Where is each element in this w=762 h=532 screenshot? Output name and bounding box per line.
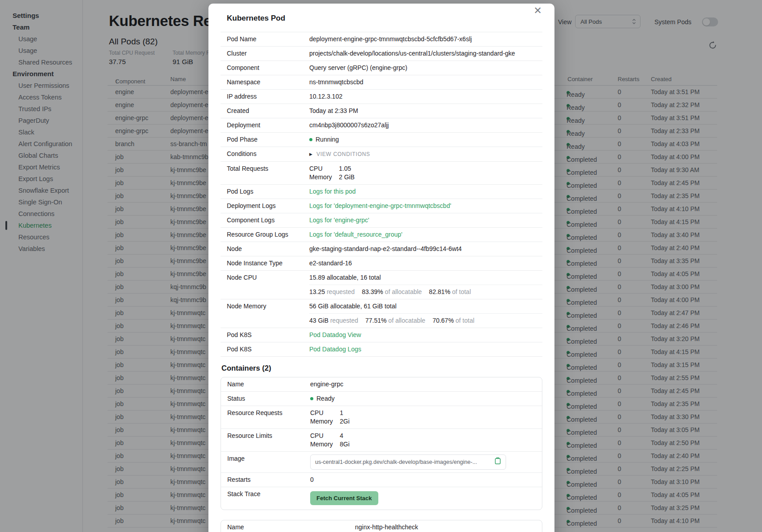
field-value: nginx-http-healthcheck: [355, 523, 536, 532]
kv-row: CPU1: [310, 409, 536, 417]
link-pod-datadog-view[interactable]: Pod Datadog View: [309, 331, 361, 338]
kv-row: CPU1.05: [309, 164, 542, 173]
field-value: Ready: [310, 394, 536, 403]
field-value: Fetch Current Stack: [310, 490, 536, 507]
usage-part: 83.39% of allocatable: [362, 288, 422, 296]
field-label: Node Instance Type: [227, 259, 309, 268]
kv-key: CPU: [310, 409, 340, 417]
field-value: CPU4Memory8Gi: [310, 432, 536, 449]
field-row-status: StatusReady: [221, 392, 542, 406]
field-row-conditions: Conditions▶VIEW CONDITIONS: [221, 147, 542, 162]
field-value: projects/chalk-develop/locations/us-cent…: [309, 49, 542, 58]
field-value: Pod Datadog Logs: [309, 345, 542, 354]
status-ready: Ready: [310, 394, 536, 403]
field-value: engine-grpc: [310, 380, 536, 389]
usage-unit: requested: [329, 317, 358, 324]
disclosure-triangle-icon: ▶: [309, 150, 312, 159]
field-value: Logs for 'engine-grpc': [309, 216, 542, 225]
view-conditions-disclosure[interactable]: ▶VIEW CONDITIONS: [309, 150, 542, 159]
field-row-name: Namenginx-http-healthcheck: [221, 520, 542, 532]
field-row-node: Nodegke-staging-standard-nap-e2-standard…: [221, 242, 542, 256]
field-row-pod-name: Pod Namedeployment-engine-grpc-tmnmwqtcb…: [221, 32, 542, 47]
field-label: Name: [227, 523, 355, 532]
field-label: Image: [227, 454, 310, 463]
field-value: cm4nbp3j8000007s6zo27aljj: [309, 121, 542, 130]
field-label: Resource Limits: [227, 432, 310, 440]
pod-fields: Pod Namedeployment-engine-grpc-tmnmwqtcb…: [221, 32, 542, 357]
field-value: 0: [310, 476, 536, 484]
field-label: Cluster: [227, 49, 309, 58]
field-row-name: Nameengine-grpc: [221, 377, 542, 392]
link-logs-for-engine-grpc[interactable]: Logs for 'engine-grpc': [309, 216, 369, 224]
status-dot-icon: [310, 397, 313, 400]
image-path: us-central1-docker.pkg.dev/chalk-develop…: [315, 458, 477, 467]
kv-value: 1: [340, 409, 343, 417]
kv-key: CPU: [309, 164, 339, 173]
field-label: Stack Trace: [227, 490, 310, 498]
link-pod-datadog-logs[interactable]: Pod Datadog Logs: [309, 346, 361, 353]
usage-part: 70.67% of total: [433, 316, 474, 325]
field-value: deployment-engine-grpc-tmnmwqtcbscbd-5cf…: [309, 35, 542, 43]
field-label: Node Memory: [227, 302, 309, 311]
field-row-deployment: Deploymentcm4nbp3j8000007s6zo27aljj: [221, 118, 542, 133]
usage-number: 77.51%: [365, 317, 386, 324]
kv-key: CPU: [310, 432, 340, 440]
containers-heading: Containers (2): [221, 364, 542, 372]
field-label: Node: [227, 245, 309, 253]
field-row-component: ComponentQuery server (gRPC) (engine-grp…: [221, 61, 542, 75]
field-label: Resource Requests: [227, 409, 310, 417]
field-label: Name: [227, 380, 310, 389]
container-box-1: Nameengine-grpcStatusReadyResource Reque…: [221, 377, 542, 510]
link-logs-for-deployment-engine-grpc-tmnmwqtc[interactable]: Logs for 'deployment-engine-grpc-tmnmwqt…: [309, 202, 451, 209]
field-label: Status: [227, 394, 310, 403]
kubernetes-pod-modal: Kubernetes Pod ✕ Pod Namedeployment-engi…: [208, 4, 554, 532]
link-logs-for-this-pod[interactable]: Logs for this pod: [309, 188, 356, 195]
kv-row: Memory2Gi: [310, 417, 536, 426]
usage-unit: of allocatable: [386, 317, 425, 324]
field-value: CPU1Memory2Gi: [310, 409, 536, 426]
field-row-pod-k8s: Pod K8SPod Datadog View: [221, 328, 542, 342]
containers-list: Nameengine-grpcStatusReadyResource Reque…: [221, 377, 542, 532]
field-row-node-memory: Node Memory56 GiB allocatable, 61 GiB to…: [221, 299, 542, 328]
field-row-pod-logs: Pod LogsLogs for this pod: [221, 185, 542, 199]
status-text: Ready: [316, 394, 334, 403]
field-label: Component Logs: [227, 216, 309, 225]
field-value: 56 GiB allocatable, 61 GiB total43 GiB r…: [309, 302, 542, 325]
field-label: Deployment: [227, 121, 309, 130]
usage-part: 82.81% of total: [429, 288, 471, 296]
container-box-2: Namenginx-http-healthcheckStatusReadyRes…: [221, 520, 542, 532]
field-label: Namespace: [227, 78, 309, 87]
usage-part: 77.51% of allocatable: [365, 316, 425, 325]
kv-row: CPU4: [310, 432, 536, 440]
field-row-ip-address: IP address10.12.3.102: [221, 90, 542, 104]
status-running: Running: [309, 135, 542, 144]
modal-header: Kubernetes Pod ✕: [221, 4, 542, 32]
field-row-pod-phase: Pod PhaseRunning: [221, 133, 542, 147]
usage-unit: of total: [454, 317, 474, 324]
field-label: Pod K8S: [227, 331, 309, 339]
field-row-created: CreatedToday at 2:33 PM: [221, 104, 542, 118]
field-label: IP address: [227, 92, 309, 101]
field-value: ▶VIEW CONDITIONS: [309, 150, 542, 159]
usage-line2: 13.25 requested83.39% of allocatable82.8…: [309, 285, 542, 296]
usage-unit: of total: [450, 288, 471, 295]
field-row-cluster: Clusterprojects/chalk-develop/locations/…: [221, 47, 542, 61]
field-label: Pod K8S: [227, 345, 309, 354]
field-value: Logs for 'deployment-engine-grpc-tmnmwqt…: [309, 202, 542, 210]
field-value: 10.12.3.102: [309, 92, 542, 101]
usage-unit: requested: [325, 288, 355, 295]
usage-unit: of allocatable: [383, 288, 422, 295]
field-value: ns-tmnmwqtcbscbd: [309, 78, 542, 87]
close-icon[interactable]: ✕: [534, 6, 542, 16]
field-value: gke-staging-standard-nap-e2-standard--4f…: [309, 245, 542, 253]
fetch-current-stack-button[interactable]: Fetch Current Stack: [310, 491, 378, 505]
field-row-resource-limits: Resource LimitsCPU4Memory8Gi: [221, 429, 542, 452]
field-label: Pod Name: [227, 35, 309, 43]
field-label: Pod Phase: [227, 135, 309, 144]
link-logs-for-default-resource-group[interactable]: Logs for 'default_resource_group': [309, 231, 403, 238]
field-value: Logs for 'default_resource_group': [309, 230, 542, 239]
field-value: 15.89 allocatable, 16 total13.25 request…: [309, 273, 542, 296]
copy-icon[interactable]: [494, 457, 501, 467]
field-row-node-instance-type: Node Instance Typee2-standard-16: [221, 256, 542, 271]
modal-title: Kubernetes Pod: [227, 14, 285, 22]
